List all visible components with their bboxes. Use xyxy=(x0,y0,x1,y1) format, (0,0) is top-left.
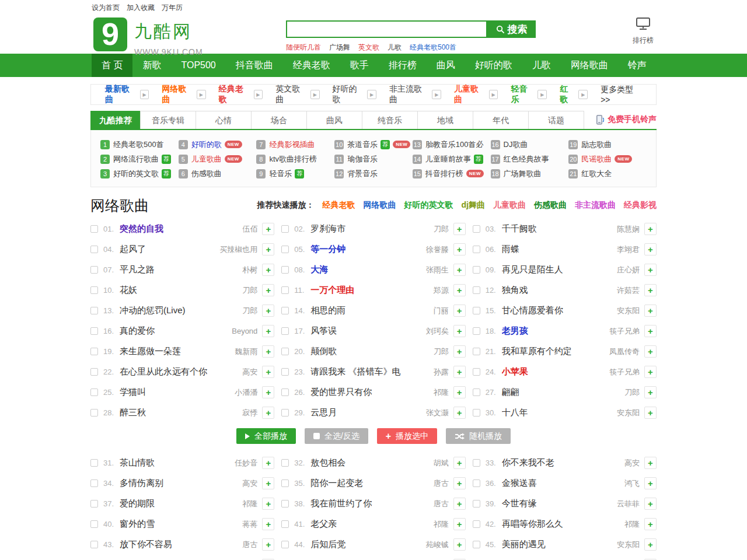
shuffle-play-button[interactable]: 随机播放 xyxy=(446,428,511,444)
song-title-link[interactable]: 你不来我不老 xyxy=(502,457,554,468)
add-song-button[interactable]: + xyxy=(453,518,466,530)
song-checkbox[interactable] xyxy=(90,409,98,416)
add-song-button[interactable]: + xyxy=(453,325,466,337)
song-artist-link[interactable]: 郑源 xyxy=(434,285,449,296)
add-song-button[interactable]: + xyxy=(453,243,466,256)
recommend-tab[interactable]: 年代 xyxy=(473,111,529,129)
add-song-button[interactable]: + xyxy=(262,345,274,358)
topbar-link[interactable]: 设为首页 xyxy=(92,4,120,12)
hot-link[interactable]: 随便听几首 xyxy=(286,43,321,52)
recommend-link[interactable]: 广场舞歌曲 xyxy=(504,169,542,179)
recommend-link[interactable]: 经典影视插曲 xyxy=(269,139,315,150)
song-title-link[interactable]: 茶山情歌 xyxy=(120,457,155,468)
recommend-link[interactable]: 儿童歌曲 xyxy=(191,154,222,164)
song-checkbox[interactable] xyxy=(90,541,98,548)
quickplay-link[interactable]: 经典老歌 xyxy=(323,200,355,211)
song-checkbox[interactable] xyxy=(473,409,480,416)
song-title-link[interactable]: 学猫叫 xyxy=(120,387,146,398)
song-checkbox[interactable] xyxy=(90,368,98,376)
hot-link[interactable]: 经典老歌500首 xyxy=(410,43,456,52)
main-nav-item[interactable]: 排行榜 xyxy=(379,54,427,77)
recommend-link[interactable]: 背景音乐 xyxy=(347,169,378,179)
add-song-button[interactable]: + xyxy=(453,538,466,551)
song-artist-link[interactable]: Beyond xyxy=(232,327,257,335)
main-nav-item[interactable]: 好听的歌 xyxy=(465,54,522,77)
song-artist-link[interactable]: 刘珂矣 xyxy=(426,326,449,337)
song-checkbox[interactable] xyxy=(90,286,98,294)
free-ringtone-link[interactable]: 免费手机铃声 xyxy=(596,114,657,129)
play-category-button[interactable]: ▶ xyxy=(254,90,263,99)
add-song-button[interactable]: + xyxy=(453,264,466,276)
song-artist-link[interactable]: 祁隆 xyxy=(434,519,449,530)
recommend-link[interactable]: 茶道音乐 xyxy=(347,139,378,150)
song-title-link[interactable]: 再唱等你那么久 xyxy=(502,519,563,530)
song-artist-link[interactable]: 云菲菲 xyxy=(617,499,640,509)
recommend-tab[interactable]: 音乐专辑 xyxy=(140,111,196,129)
recommend-tab[interactable]: 场合 xyxy=(251,111,307,129)
song-checkbox[interactable] xyxy=(281,266,289,274)
song-artist-link[interactable]: 胡斌 xyxy=(434,458,449,468)
song-title-link[interactable]: 起风了 xyxy=(120,244,146,255)
song-checkbox[interactable] xyxy=(473,327,480,335)
song-checkbox[interactable] xyxy=(473,368,480,376)
song-checkbox[interactable] xyxy=(90,520,98,528)
select-all-button[interactable]: 全选/反选 xyxy=(305,428,368,444)
song-title-link[interactable]: 一万个理由 xyxy=(310,285,354,296)
song-title-link[interactable]: 金猴送喜 xyxy=(502,478,537,489)
song-checkbox[interactable] xyxy=(281,520,289,528)
quickplay-link[interactable]: 网络歌曲 xyxy=(364,200,396,211)
add-song-button[interactable]: + xyxy=(262,477,274,489)
song-title-link[interactable]: 爱的期限 xyxy=(120,498,155,509)
quickplay-link[interactable]: 好听的英文歌 xyxy=(404,200,453,211)
song-checkbox[interactable] xyxy=(281,225,289,233)
song-title-link[interactable]: 翩翩 xyxy=(502,387,519,398)
song-checkbox[interactable] xyxy=(281,541,289,548)
song-title-link[interactable]: 十八年 xyxy=(502,407,528,418)
main-nav-item[interactable]: 网络歌曲 xyxy=(561,54,618,77)
song-checkbox[interactable] xyxy=(473,286,480,294)
recommend-link[interactable]: 好听的歌 xyxy=(191,139,222,150)
quickplay-link[interactable]: 经典影视 xyxy=(624,200,657,211)
song-title-link[interactable]: 在心里从此永远有个你 xyxy=(120,366,207,377)
add-song-button[interactable]: + xyxy=(453,223,466,235)
song-artist-link[interactable]: 安东阳 xyxy=(617,540,640,550)
add-song-button[interactable]: + xyxy=(262,223,274,235)
play-category-button[interactable]: ▶ xyxy=(140,90,149,99)
recommend-tab[interactable]: 话题 xyxy=(528,111,584,129)
song-checkbox[interactable] xyxy=(90,480,98,487)
recommend-link[interactable]: 红色经典故事 xyxy=(504,154,549,164)
song-title-link[interactable]: 平凡之路 xyxy=(120,264,155,275)
song-checkbox[interactable] xyxy=(281,500,289,508)
song-artist-link[interactable]: 苑峻铖 xyxy=(426,540,449,550)
song-checkbox[interactable] xyxy=(281,246,289,253)
main-nav-item[interactable]: 首 页 xyxy=(92,54,132,77)
add-song-button[interactable]: + xyxy=(453,366,466,378)
add-song-button[interactable]: + xyxy=(644,407,657,419)
song-checkbox[interactable] xyxy=(90,266,98,274)
song-checkbox[interactable] xyxy=(281,480,289,487)
song-checkbox[interactable] xyxy=(281,368,289,376)
song-artist-link[interactable]: 许茹芸 xyxy=(617,285,640,296)
song-checkbox[interactable] xyxy=(473,348,480,355)
song-checkbox[interactable] xyxy=(473,541,480,548)
song-title-link[interactable]: 放下你不容易 xyxy=(120,539,172,550)
song-artist-link[interactable]: 祁隆 xyxy=(434,387,449,398)
song-title-link[interactable]: 美丽的遇见 xyxy=(502,539,546,550)
song-checkbox[interactable] xyxy=(473,480,480,487)
song-artist-link[interactable]: 祁隆 xyxy=(624,519,640,530)
song-title-link[interactable]: 风筝误 xyxy=(310,326,337,337)
play-category-button[interactable]: ▶ xyxy=(578,90,588,99)
category-link[interactable]: 网络歌曲 xyxy=(162,84,194,105)
song-artist-link[interactable]: 祁隆 xyxy=(242,499,257,509)
main-nav-item[interactable]: 歌手 xyxy=(340,54,379,77)
song-checkbox[interactable] xyxy=(473,246,480,253)
song-artist-link[interactable]: 门丽 xyxy=(434,306,449,316)
song-artist-link[interactable]: 任妙音 xyxy=(235,458,257,468)
add-song-button[interactable]: + xyxy=(453,477,466,489)
song-checkbox[interactable] xyxy=(281,388,289,396)
more-categories-link[interactable]: 更多类型>> xyxy=(601,85,642,104)
song-artist-link[interactable]: 孙露 xyxy=(434,367,449,377)
song-checkbox[interactable] xyxy=(90,307,98,314)
add-song-button[interactable]: + xyxy=(644,366,657,378)
song-checkbox[interactable] xyxy=(473,388,480,396)
